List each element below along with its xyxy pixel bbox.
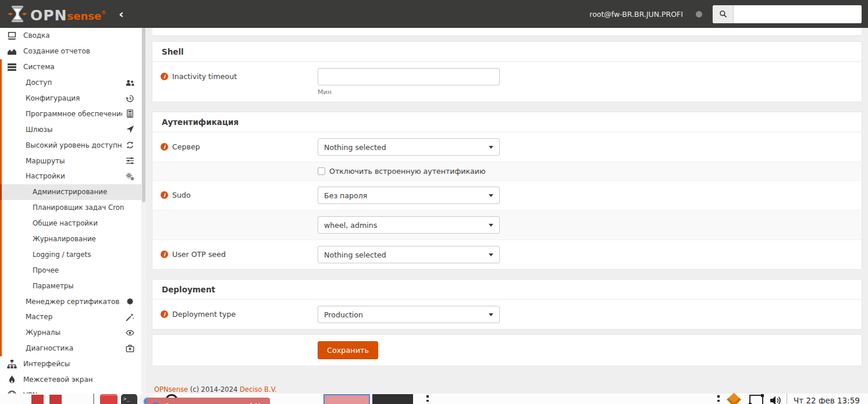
form-row-server: iСерверNothing selected bbox=[152, 133, 862, 162]
sidebar-item-access[interactable]: Доступ bbox=[0, 75, 141, 91]
sidebar-item-logging[interactable]: Журналирование bbox=[0, 231, 141, 247]
deployment-type-select[interactable]: Production bbox=[318, 306, 500, 323]
section-title: Deployment bbox=[152, 280, 862, 300]
sidebar-item-administration[interactable]: Администрирование bbox=[0, 184, 141, 200]
save-button[interactable]: Сохранить bbox=[318, 341, 378, 359]
chevron-down-icon bbox=[489, 194, 493, 197]
sidebar-item-interfaces[interactable]: Интерфейсы bbox=[0, 356, 141, 372]
sidebar-icon-slot bbox=[7, 359, 17, 369]
sidebar-item-logging-targets[interactable]: Logging / targets bbox=[0, 246, 141, 262]
sidebar-item-firmware[interactable]: Программное обеспечение bbox=[0, 106, 141, 121]
sidebar-item-label: Общие настройки bbox=[33, 219, 141, 227]
opnsense-link[interactable]: OPNsense bbox=[154, 385, 188, 394]
window-preview[interactable] bbox=[372, 394, 413, 404]
taskbar: >_ Администрирование | Нас Чт 22 фев 13:… bbox=[0, 394, 868, 404]
sidebar-item-system[interactable]: Система bbox=[0, 59, 141, 75]
sidebar-item-routes[interactable]: Маршруты bbox=[0, 153, 141, 169]
sidebar-item-logs[interactable]: Журналы bbox=[0, 325, 141, 341]
chevron-down-icon bbox=[489, 146, 493, 149]
section-аутентификация: АутентификацияiСерверNothing selectedОтк… bbox=[152, 112, 862, 269]
tray-package-icon[interactable] bbox=[727, 392, 741, 404]
tray-volume-icon[interactable] bbox=[769, 395, 782, 404]
sidebar-item-reporting[interactable]: Создание отчетов bbox=[0, 44, 141, 59]
taskbar-divider bbox=[93, 394, 94, 404]
sidebar-icon-slot bbox=[7, 375, 17, 385]
sidebar-item-settings[interactable]: Настройки bbox=[0, 169, 141, 184]
terminal-icon[interactable]: >_ bbox=[121, 394, 137, 404]
fire-icon bbox=[7, 375, 17, 385]
sitemap-icon bbox=[7, 359, 17, 369]
info-icon[interactable]: i bbox=[161, 310, 168, 318]
sidebar-item-label: Менеджер сертификатов bbox=[26, 298, 122, 306]
sidebar-scrollbar[interactable] bbox=[141, 28, 146, 404]
sidebar-item-cron[interactable]: Планировщик задач Cron bbox=[0, 200, 141, 216]
sidebar-item-gateways[interactable]: Шлюзы bbox=[0, 121, 141, 137]
sidebar-icon-slot bbox=[126, 156, 134, 165]
sidebar-item-label: Мастер bbox=[26, 313, 122, 321]
sidebar-item-general[interactable]: Общие настройки bbox=[0, 216, 141, 231]
main-content: ShelliInactivity timeoutМинАутентификаци… bbox=[146, 28, 868, 404]
sidebar-icon-slot bbox=[126, 172, 134, 181]
sidebar-item-miscellaneous[interactable]: Прочее bbox=[0, 262, 141, 278]
sync-icon bbox=[126, 141, 134, 149]
sudo-select[interactable]: Без пароля bbox=[318, 187, 500, 204]
overflow-dots-icon bbox=[717, 395, 720, 404]
field-label: User OTP seed bbox=[172, 250, 226, 259]
field-label: Sudo bbox=[172, 191, 191, 199]
sidebar-item-configuration[interactable]: Конфигурация bbox=[0, 91, 141, 106]
section-title: Shell bbox=[152, 42, 862, 62]
sidebar-item-label: Маршруты bbox=[26, 157, 122, 165]
section-title: Аутентификация bbox=[152, 112, 862, 133]
sidebar-collapse-button[interactable]: ‹ bbox=[119, 8, 123, 20]
field-control-cell: Мин bbox=[318, 68, 853, 96]
sidebar-icon-slot bbox=[126, 344, 134, 353]
scrollbar-thumb[interactable] bbox=[142, 28, 145, 202]
info-icon[interactable]: i bbox=[161, 73, 168, 80]
taskbar-clock[interactable]: Чт 22 фев 13:59 bbox=[794, 396, 860, 404]
file-manager-icon[interactable] bbox=[100, 394, 118, 404]
taskbar-window-button[interactable]: Администрирование | Нас bbox=[147, 398, 270, 404]
sidebar-item-label: Журналирование bbox=[33, 235, 141, 243]
window-preview[interactable] bbox=[323, 394, 370, 404]
sidebar-item-label: Настройки bbox=[26, 172, 122, 180]
sidebar-item-tunables[interactable]: Параметры bbox=[0, 278, 141, 294]
section-shell: ShelliInactivity timeoutМин bbox=[152, 42, 862, 102]
desktop-icon bbox=[7, 31, 17, 41]
user-otp-seed-select[interactable]: Nothing selected bbox=[318, 246, 500, 263]
sidebar-item-label: Шлюзы bbox=[26, 126, 122, 134]
tray-display-icon[interactable] bbox=[749, 395, 763, 404]
search-input[interactable] bbox=[734, 5, 862, 23]
opnsense-logo[interactable]: OPNsense® bbox=[8, 5, 106, 23]
sidebar-item-dashboard[interactable]: Сводка bbox=[0, 28, 141, 44]
checkbox-label: Отключить встроенную аутентификаию bbox=[329, 167, 486, 176]
info-icon[interactable]: i bbox=[161, 251, 168, 258]
disable-builtin-auth-checkbox[interactable]: Отключить встроенную аутентификаию bbox=[318, 167, 853, 176]
info-icon[interactable]: i bbox=[161, 143, 168, 151]
logo-text-sense: sense bbox=[67, 10, 102, 23]
history-icon bbox=[126, 94, 134, 103]
red-app-icon[interactable] bbox=[31, 395, 62, 404]
search-button[interactable] bbox=[713, 5, 734, 23]
logged-in-user[interactable]: root@fw-BR.BR.JUN.PROFI bbox=[589, 10, 683, 19]
checkbox-input[interactable] bbox=[318, 167, 325, 175]
field-control-cell: wheel, admins bbox=[318, 216, 853, 234]
sidebar-icon-slot bbox=[7, 47, 17, 56]
deciso-link[interactable]: Deciso B.V. bbox=[240, 385, 277, 394]
sidebar-icon-slot bbox=[126, 297, 134, 306]
registered-mark: ® bbox=[101, 11, 106, 16]
opnsense-app: OPNsense® ‹ root@fw-BR.BR.JUN.PROFI Свод… bbox=[0, 0, 868, 404]
sidebar-item-wizard[interactable]: Мастер bbox=[0, 309, 141, 325]
sudo-groups-select[interactable]: wheel, admins bbox=[318, 216, 500, 234]
sidebar-item-high-availability[interactable]: Высокий уровень доступности bbox=[0, 137, 141, 153]
sidebar-item-firewall[interactable]: Межсетевой экран bbox=[0, 372, 141, 388]
info-icon[interactable]: i bbox=[161, 191, 168, 199]
sidebar-item-diagnostics[interactable]: Диагностика bbox=[0, 341, 141, 356]
sidebar-item-label: Высокий уровень доступности bbox=[26, 141, 122, 149]
sidebar-item-trust[interactable]: Менеджер сертификатов bbox=[0, 294, 141, 309]
header-search bbox=[713, 5, 862, 23]
server-select[interactable]: Nothing selected bbox=[318, 138, 500, 156]
window-app-icon bbox=[151, 402, 160, 404]
logo-text-opn: OPN bbox=[30, 8, 67, 23]
select-value: Production bbox=[324, 310, 363, 319]
inactivity-timeout-input[interactable] bbox=[318, 68, 500, 85]
